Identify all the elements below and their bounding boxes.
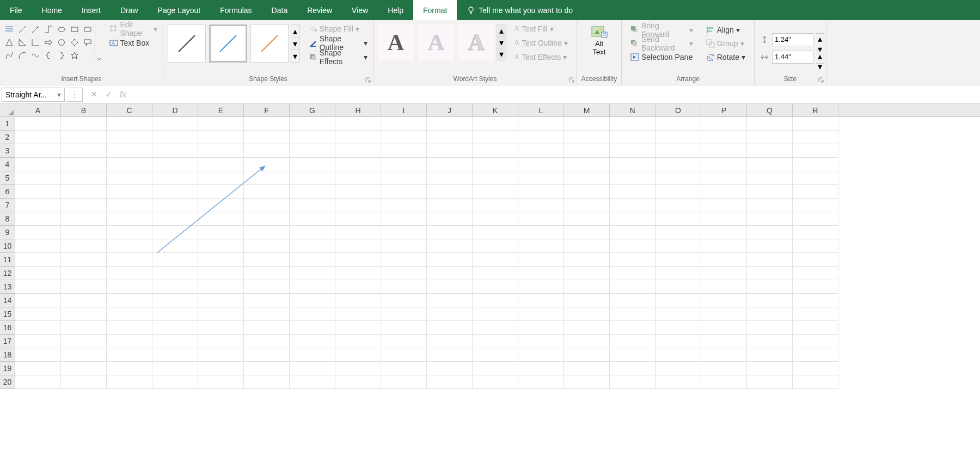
cell[interactable] [747, 158, 793, 171]
name-box-expand[interactable]: ⋮ [66, 88, 83, 102]
cell[interactable] [793, 212, 838, 226]
cell[interactable] [518, 185, 564, 199]
cell[interactable] [793, 307, 838, 321]
cell[interactable] [15, 239, 61, 253]
cell[interactable] [107, 131, 152, 144]
name-box[interactable]: Straight Ar... ▾ [2, 88, 65, 102]
menu-format[interactable]: Format [413, 0, 457, 20]
cell[interactable] [473, 144, 518, 158]
alt-text-button[interactable]: Alt Text [580, 22, 618, 56]
cell[interactable] [518, 131, 564, 144]
cell[interactable] [701, 362, 747, 375]
cell[interactable] [564, 212, 610, 226]
cell[interactable] [15, 253, 61, 267]
cell[interactable] [564, 348, 610, 362]
cell[interactable] [610, 294, 656, 307]
cell[interactable] [107, 348, 152, 362]
cell[interactable] [335, 280, 381, 294]
cell[interactable] [518, 239, 564, 253]
cell[interactable] [564, 280, 610, 294]
cell[interactable] [61, 375, 107, 389]
shape-connector-icon[interactable] [42, 23, 54, 35]
cell[interactable] [290, 267, 335, 280]
cell[interactable] [518, 212, 564, 226]
cell[interactable] [747, 294, 793, 307]
cell[interactable] [656, 375, 701, 389]
cell[interactable] [107, 226, 152, 239]
cell[interactable] [15, 267, 61, 280]
cell[interactable] [107, 144, 152, 158]
shape-style-1[interactable] [168, 24, 206, 63]
cell[interactable] [290, 158, 335, 171]
cell[interactable] [656, 335, 701, 348]
shapes-gallery[interactable] [2, 22, 95, 63]
cell[interactable] [610, 307, 656, 321]
cell[interactable] [473, 267, 518, 280]
cell[interactable] [564, 158, 610, 171]
row-header[interactable]: 1 [0, 117, 15, 131]
menu-home[interactable]: Home [32, 0, 72, 20]
menu-file[interactable]: File [0, 0, 32, 20]
cell[interactable] [656, 348, 701, 362]
cell[interactable] [244, 348, 290, 362]
shape-star-icon[interactable] [69, 50, 81, 61]
cell[interactable] [473, 117, 518, 131]
cell[interactable] [244, 375, 290, 389]
cell[interactable] [15, 307, 61, 321]
shape-text-lines-icon[interactable] [3, 23, 15, 35]
cell[interactable] [747, 362, 793, 375]
column-header[interactable]: F [244, 104, 290, 116]
shape-elbow-icon[interactable] [29, 36, 41, 48]
width-spinner[interactable]: ▴▾ [816, 51, 824, 64]
cell[interactable] [793, 144, 838, 158]
cell[interactable] [747, 171, 793, 185]
cell[interactable] [656, 185, 701, 199]
cell[interactable] [427, 294, 473, 307]
cell[interactable] [793, 131, 838, 144]
cell[interactable] [335, 239, 381, 253]
row-header[interactable]: 6 [0, 185, 15, 199]
cell[interactable] [290, 335, 335, 348]
cell[interactable] [701, 307, 747, 321]
cell[interactable] [381, 294, 427, 307]
cell[interactable] [747, 335, 793, 348]
cell[interactable] [15, 131, 61, 144]
cell[interactable] [15, 158, 61, 171]
wordart-up-icon[interactable]: ▴ [497, 25, 506, 37]
shape-effects-button[interactable]: Shape Effects▾ [305, 51, 371, 64]
cell[interactable] [564, 362, 610, 375]
cell[interactable] [610, 185, 656, 199]
cell[interactable] [61, 171, 107, 185]
cell[interactable] [427, 280, 473, 294]
column-header[interactable]: A [15, 104, 61, 116]
cell[interactable] [198, 348, 244, 362]
shapes-gallery-more[interactable] [95, 22, 103, 61]
shape-right-brace-icon[interactable] [56, 50, 68, 61]
cell[interactable] [381, 362, 427, 375]
cell[interactable] [381, 144, 427, 158]
cell[interactable] [61, 199, 107, 212]
shape-callout-icon[interactable] [82, 36, 94, 48]
cell[interactable] [107, 335, 152, 348]
cell[interactable] [701, 144, 747, 158]
cell[interactable] [381, 117, 427, 131]
cell[interactable] [656, 158, 701, 171]
cell[interactable] [244, 117, 290, 131]
column-header[interactable]: E [198, 104, 244, 116]
cell[interactable] [335, 321, 381, 335]
cell[interactable] [107, 199, 152, 212]
cell[interactable] [15, 294, 61, 307]
menu-page-layout[interactable]: Page Layout [148, 0, 211, 20]
cell[interactable] [656, 171, 701, 185]
cell[interactable] [427, 199, 473, 212]
cell[interactable] [198, 144, 244, 158]
straight-arrow-shape[interactable] [154, 163, 268, 256]
shape-style-gallery[interactable] [166, 22, 291, 65]
cell[interactable] [61, 239, 107, 253]
cell[interactable] [290, 321, 335, 335]
cell[interactable] [290, 307, 335, 321]
cell[interactable] [107, 267, 152, 280]
cell[interactable] [610, 171, 656, 185]
column-header[interactable]: P [701, 104, 747, 116]
cell[interactable] [381, 321, 427, 335]
